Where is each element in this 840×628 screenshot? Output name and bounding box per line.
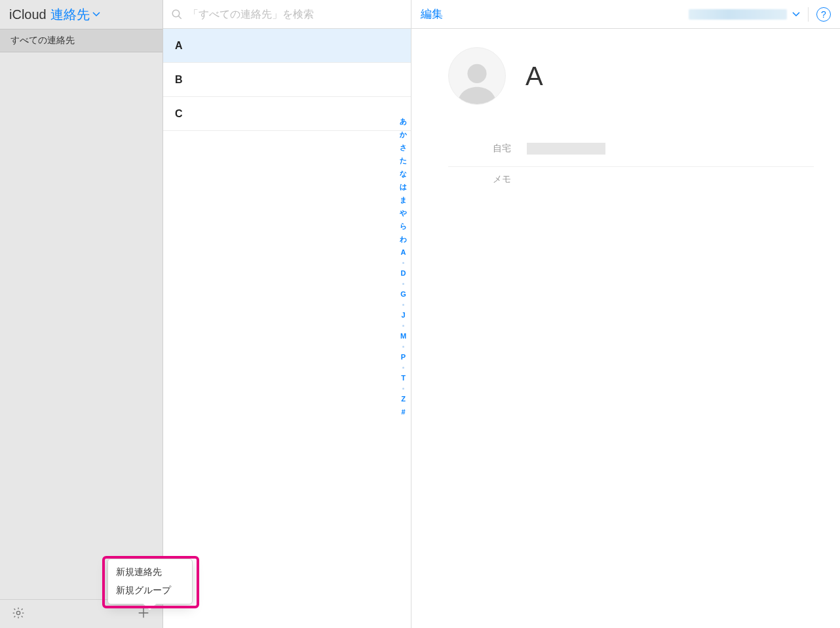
person-icon xyxy=(454,58,500,104)
contact-name: A xyxy=(525,62,543,91)
question-icon: ? xyxy=(821,9,826,20)
detail-header: 編集 ? xyxy=(411,0,840,29)
index-letter[interactable]: P xyxy=(401,354,406,361)
index-letter[interactable]: J xyxy=(401,312,405,319)
index-dot xyxy=(402,367,404,369)
index-dot xyxy=(402,283,404,285)
field-row-memo: メモ xyxy=(448,167,814,197)
divider xyxy=(808,7,809,22)
index-letter[interactable]: Z xyxy=(401,396,406,403)
chevron-down-icon xyxy=(792,10,800,18)
contact-item[interactable]: B xyxy=(163,63,411,97)
contact-card-header: A xyxy=(448,47,814,105)
chevron-down-icon xyxy=(92,10,100,18)
index-letter[interactable]: G xyxy=(400,291,406,298)
index-letter[interactable]: は xyxy=(400,183,407,191)
svg-point-1 xyxy=(172,10,180,17)
index-letter[interactable]: な xyxy=(400,170,407,177)
settings-button[interactable] xyxy=(12,606,25,622)
index-letter[interactable]: D xyxy=(401,270,406,277)
search-row xyxy=(163,0,411,29)
gear-icon xyxy=(12,606,25,619)
field-label: メモ xyxy=(448,174,527,185)
index-letter[interactable]: ら xyxy=(400,223,407,230)
app-name[interactable]: iCloud xyxy=(9,7,47,22)
contact-item[interactable]: A xyxy=(163,29,411,63)
avatar[interactable] xyxy=(448,47,506,105)
account-dropdown[interactable] xyxy=(689,9,800,20)
field-row-home: 自宅 xyxy=(448,136,814,167)
index-letter[interactable]: た xyxy=(400,157,407,164)
search-input[interactable] xyxy=(188,9,403,20)
sidebar-group-all[interactable]: すべての連絡先 xyxy=(0,29,162,52)
index-dot xyxy=(402,346,404,348)
svg-point-0 xyxy=(16,611,20,614)
index-letter[interactable]: や xyxy=(400,210,407,217)
index-letter[interactable]: か xyxy=(400,131,407,138)
index-letter[interactable]: T xyxy=(401,375,406,382)
account-name-redacted xyxy=(689,9,787,20)
field-value-redacted xyxy=(527,143,605,155)
popup-new-group[interactable]: 新規グループ xyxy=(108,582,192,600)
svg-line-2 xyxy=(178,16,181,19)
popup-new-contact[interactable]: 新規連絡先 xyxy=(108,563,192,582)
index-letter[interactable]: M xyxy=(400,333,406,340)
index-dot xyxy=(402,325,404,327)
search-icon xyxy=(171,9,183,20)
detail-column: 編集 ? A 自宅 メモ xyxy=(411,0,840,628)
sidebar-header: iCloud 連絡先 xyxy=(0,0,162,29)
detail-body: A 自宅 メモ xyxy=(411,29,840,628)
section-label: 連絡先 xyxy=(50,6,90,24)
alpha-index[interactable]: あかさたなはまやらわADGJMPTZ# xyxy=(400,118,407,416)
index-letter[interactable]: # xyxy=(401,409,405,416)
contact-list: A B C xyxy=(163,29,411,628)
index-dot xyxy=(402,388,404,390)
sidebar: iCloud 連絡先 すべての連絡先 新規連絡先 新規グループ xyxy=(0,0,163,628)
contact-item[interactable]: C xyxy=(163,97,411,131)
contact-list-column: A B C あかさたなはまやらわADGJMPTZ# xyxy=(163,0,411,628)
edit-button[interactable]: 編集 xyxy=(421,7,443,22)
index-dot xyxy=(402,304,404,306)
index-letter[interactable]: わ xyxy=(400,236,407,243)
index-letter[interactable]: さ xyxy=(400,144,407,151)
section-dropdown[interactable]: 連絡先 xyxy=(50,6,100,24)
index-letter[interactable]: あ xyxy=(400,118,407,125)
help-button[interactable]: ? xyxy=(816,7,831,22)
add-popup: 新規連絡先 新規グループ xyxy=(107,559,193,604)
index-letter[interactable]: A xyxy=(401,249,406,256)
svg-point-3 xyxy=(467,64,486,83)
index-dot xyxy=(402,262,404,264)
field-label: 自宅 xyxy=(448,143,527,155)
index-letter[interactable]: ま xyxy=(400,196,407,204)
